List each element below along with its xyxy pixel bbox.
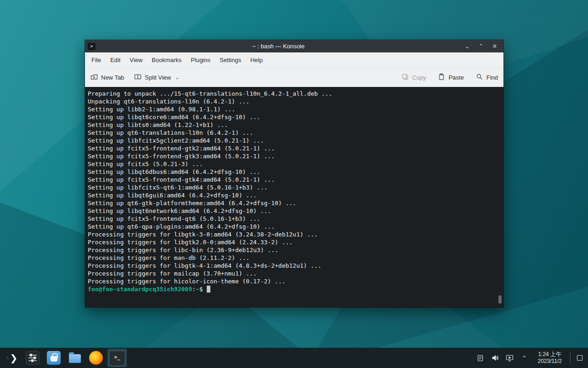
terminal-line: Setting up fcitx5 (5.0.21-3) ... (88, 160, 501, 168)
clock-date: 2023/11/2 (538, 358, 562, 365)
terminal-line: Setting up qt6-translations-l10n (6.4.2-… (88, 129, 501, 137)
paste-label: Paste (448, 74, 464, 81)
find-label: Find (486, 74, 498, 81)
shell-prompt: foo@foo-standardpcq35ich92009:~$ (88, 285, 501, 293)
terminal-line: Processing triggers for libgtk2.0-0:amd6… (88, 238, 501, 246)
taskbar-item-file-manager[interactable] (65, 349, 85, 367)
menu-item[interactable]: Bookmarks (147, 52, 186, 68)
menu-item[interactable]: View (125, 52, 147, 68)
konsole-app-icon: > (88, 42, 96, 50)
terminal-line: Processing triggers for libgtk-3-0:amd64… (88, 230, 501, 238)
maximize-button[interactable]: ⌃ (475, 42, 487, 51)
menu-item[interactable]: Edit (106, 52, 125, 68)
split-view-label: Split View (145, 74, 171, 81)
terminal-line: Processing triggers for libgtk-4-1:amd64… (88, 262, 501, 270)
menu-item[interactable]: File (87, 52, 106, 68)
app-launcher-button[interactable]: ∴ ❯ (2, 349, 21, 367)
taskbar-item-settings[interactable] (23, 349, 42, 367)
terminal-line: Setting up fcitx5-frontend-gtk2:amd64 (5… (88, 144, 501, 152)
terminal-output: Preparing to unpack .../15-qt6-translati… (88, 90, 501, 285)
folder-icon (68, 351, 82, 365)
taskbar-item-konsole-active[interactable]: >_ (107, 349, 127, 367)
text-cursor (207, 286, 210, 293)
sliders-icon (26, 351, 40, 365)
prompt-symbol: $ (199, 286, 207, 293)
taskbar-item-discover[interactable] (44, 349, 63, 367)
search-icon (476, 73, 483, 82)
clock-time: 1:24 上午 (538, 351, 562, 358)
launcher-dots-icon: ∴ (6, 356, 9, 360)
notifications-icon[interactable] (475, 353, 486, 363)
terminal-line: Setting up qt6-qpa-plugins:amd64 (6.4.2+… (88, 223, 501, 230)
tray-expand-icon[interactable]: ⌃ (520, 353, 530, 363)
app-launcher-icon: ❯ (10, 352, 17, 363)
terminal-line: Setting up libqt6network6:amd64 (6.4.2+d… (88, 207, 501, 215)
terminal-line: Unpacking qt6-translations-l10n (6.4.2-1… (88, 98, 501, 105)
minimize-button[interactable]: ⌄ (461, 42, 473, 51)
menu-item[interactable]: Settings (215, 52, 246, 68)
copy-icon (401, 73, 409, 82)
konsole-icon: >_ (110, 351, 124, 365)
prompt-user-host: foo@foo-standardpcq35ich92009 (88, 286, 192, 293)
taskbar-panel: ∴ ❯ >_ (0, 348, 588, 368)
close-button[interactable]: ✕ (489, 42, 501, 51)
copy-label: Copy (412, 74, 426, 81)
titlebar[interactable]: > ~ : bash — Konsole ⌄ ⌃ ✕ (85, 40, 503, 52)
system-tray: ⌃ 1:24 上午 2023/11/2 (475, 349, 588, 367)
new-tab-icon (90, 73, 98, 82)
terminal-line: Setting up libqt6core6:amd64 (6.4.2+dfsg… (88, 113, 501, 121)
terminal-line: Setting up fcitx5-frontend-gtk4:amd64 (5… (88, 176, 501, 184)
terminal-view[interactable]: Preparing to unpack .../15-qt6-translati… (85, 87, 503, 307)
panel-separator (570, 351, 571, 364)
paste-button[interactable]: Paste (438, 73, 464, 82)
terminal-line: Processing triggers for hicolor-icon-the… (88, 277, 501, 285)
firefox-icon (89, 351, 103, 365)
menu-item[interactable]: Plugins (186, 52, 215, 68)
split-view-icon (134, 73, 141, 82)
terminal-line: Setting up fcitx5-frontend-qt6 (5.0.16-1… (88, 215, 501, 223)
terminal-line: Setting up libts0:amd64 (1.22-1+b1) ... (88, 121, 501, 129)
konsole-window: > ~ : bash — Konsole ⌄ ⌃ ✕ FileEditViewB… (85, 40, 503, 307)
terminal-line: Setting up libqt6gui6:amd64 (6.4.2+dfsg-… (88, 191, 501, 199)
new-tab-label: New Tab (101, 74, 124, 81)
window-title: ~ : bash — Konsole (96, 43, 461, 50)
terminal-line: Setting up libfcitx5-qt6-1:amd64 (5.0.16… (88, 184, 501, 191)
chevron-down-icon: ⌄ (175, 75, 179, 80)
find-button[interactable]: Find (476, 73, 498, 82)
terminal-scrollbar[interactable] (498, 295, 502, 304)
terminal-line: Setting up qt6-gtk-platformtheme:amd64 (… (88, 199, 501, 207)
toolbar: New Tab Split View ⌄ Copy (85, 68, 503, 87)
copy-button[interactable]: Copy (401, 73, 426, 82)
terminal-line: Processing triggers for man-db (2.11.2-2… (88, 254, 501, 262)
terminal-line: Processing triggers for libc-bin (2.36-9… (88, 246, 501, 254)
paste-icon (438, 73, 445, 82)
menubar: FileEditViewBookmarksPluginsSettingsHelp (85, 52, 503, 68)
terminal-line: Setting up libfcitx5gclient2:amd64 (5.0.… (88, 137, 501, 144)
volume-icon[interactable] (490, 353, 500, 363)
terminal-line: Setting up libqt6dbus6:amd64 (6.4.2+dfsg… (88, 168, 501, 176)
terminal-line: Setting up libb2-1:amd64 (0.98.1-1.1) ..… (88, 105, 501, 113)
prompt-path: ~ (196, 286, 199, 293)
taskbar-item-firefox[interactable] (86, 349, 106, 367)
show-desktop-icon (576, 354, 583, 362)
prompt-separator: : (192, 286, 196, 293)
new-tab-button[interactable]: New Tab (90, 73, 124, 82)
discover-icon (47, 351, 61, 365)
menu-item[interactable]: Help (246, 52, 267, 68)
display-icon[interactable] (505, 353, 515, 363)
clock-widget[interactable]: 1:24 上午 2023/11/2 (534, 351, 566, 365)
terminal-line: Setting up fcitx5-frontend-gtk3:amd64 (5… (88, 152, 501, 160)
terminal-line: Preparing to unpack .../15-qt6-translati… (88, 90, 501, 98)
show-desktop-button[interactable] (575, 349, 584, 367)
split-view-button[interactable]: Split View ⌄ (134, 73, 179, 82)
terminal-line: Processing triggers for mailcap (3.70+nm… (88, 270, 501, 277)
